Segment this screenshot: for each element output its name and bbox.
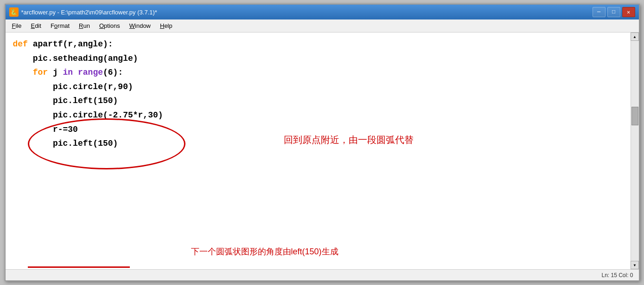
code-line-1: def apartf(r,angle): (13, 37, 623, 52)
scroll-thumb[interactable] (631, 107, 638, 125)
vertical-scrollbar[interactable]: ▲ ▼ (631, 32, 639, 269)
app-icon: 🐍 (9, 7, 19, 17)
window-title: *arcflower.py - E:\pmath2\m09\arcflower.… (21, 9, 157, 16)
close-button[interactable]: ✕ (622, 7, 635, 17)
menu-format[interactable]: Format (46, 21, 74, 30)
minimize-button[interactable]: ─ (593, 7, 606, 17)
code-editor[interactable]: def apartf(r,angle): pic.setheading(angl… (6, 32, 631, 269)
code-line-6: pic.circle(-2.75*r,30) (13, 108, 623, 123)
annotation-text-2: 下一个圆弧状图形的角度由left(150)生成 (191, 246, 338, 257)
title-bar-left: 🐍 *arcflower.py - E:\pmath2\m09\arcflowe… (9, 7, 157, 17)
title-bar: 🐍 *arcflower.py - E:\pmath2\m09\arcflowe… (6, 5, 639, 19)
status-bar: Ln: 15 Col: 0 (6, 269, 639, 280)
menu-options[interactable]: Options (95, 21, 125, 30)
code-line-8: pic.left(150) (13, 136, 623, 151)
menu-edit[interactable]: Edit (26, 21, 45, 30)
code-line-5: pic.left(150) (13, 94, 623, 108)
code-line-3: for j in range(6): (13, 65, 623, 80)
menu-window[interactable]: Window (125, 21, 155, 30)
menu-run[interactable]: Run (74, 21, 95, 30)
menu-file[interactable]: File (7, 21, 26, 30)
main-window: 🐍 *arcflower.py - E:\pmath2\m09\arcflowe… (5, 4, 640, 281)
underline-decoration (28, 266, 130, 268)
scroll-up-button[interactable]: ▲ (631, 32, 639, 41)
scroll-down-button[interactable]: ▼ (631, 261, 639, 269)
menu-help[interactable]: Help (155, 21, 177, 30)
menu-bar: File Edit Format Run Options Window Help (6, 19, 639, 32)
title-buttons: ─ □ ✕ (593, 7, 635, 17)
status-text: Ln: 15 Col: 0 (601, 272, 633, 279)
code-line-2: pic.setheading(angle) (13, 52, 623, 66)
code-line-7: r-=30 (13, 123, 623, 137)
content-area: def apartf(r,angle): pic.setheading(angl… (6, 32, 639, 269)
scroll-track[interactable] (631, 41, 639, 261)
restore-button[interactable]: □ (607, 7, 620, 17)
code-line-4: pic.circle(r,90) (13, 80, 623, 94)
